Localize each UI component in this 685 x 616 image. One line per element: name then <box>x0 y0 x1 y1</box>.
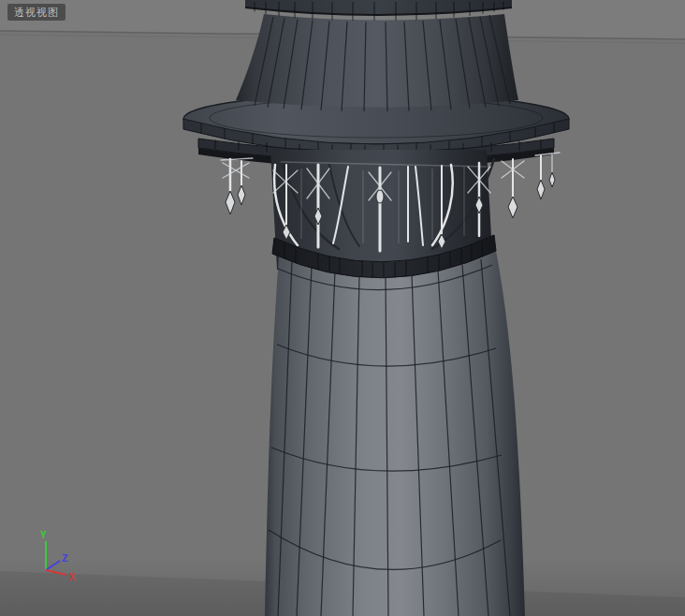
lighthouse-model[interactable] <box>183 0 569 616</box>
viewport-label: 透视视图 <box>7 4 66 21</box>
viewport-canvas[interactable]: Y Z X <box>0 0 685 616</box>
axis-z-label: Z <box>62 552 68 565</box>
bracket-cluster-right-outer <box>535 153 560 199</box>
axis-x-label: X <box>69 571 76 583</box>
viewport-3d[interactable]: 透视视图 <box>0 0 685 616</box>
tower-body <box>265 242 525 616</box>
bracket-cluster-9 <box>502 159 524 218</box>
bracket-cluster-left-outer <box>221 158 253 214</box>
axis-y-label: Y <box>40 529 47 541</box>
